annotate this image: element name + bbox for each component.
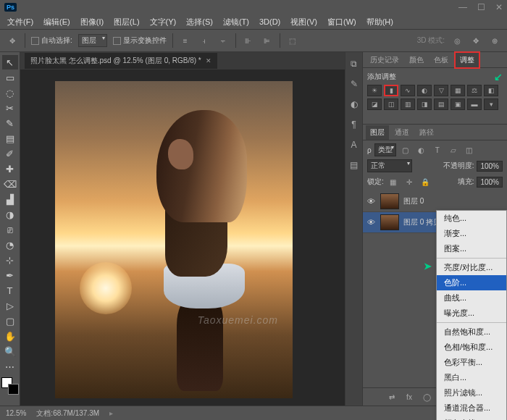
color-swatches[interactable]: [1, 377, 19, 395]
adj-brightness-icon[interactable]: ☀: [367, 85, 382, 96]
tab-color[interactable]: 颜色: [405, 53, 428, 67]
adj-bw-icon[interactable]: ◧: [484, 85, 498, 96]
menu-filter[interactable]: 滤镜(T): [220, 15, 252, 29]
visibility-icon[interactable]: 👁: [367, 218, 376, 227]
layer-filter-dropdown[interactable]: 类型: [374, 143, 396, 156]
adj-invert-icon[interactable]: ◨: [417, 98, 432, 110]
lock-pos-icon[interactable]: ✛: [403, 175, 416, 188]
menu-edit[interactable]: 编辑(E): [41, 15, 73, 29]
dock-icon-3[interactable]: ◐: [348, 98, 360, 110]
menu-item[interactable]: 亮度/对比度...: [437, 260, 506, 275]
type-tool[interactable]: T: [2, 283, 18, 298]
maximize-button[interactable]: ☐: [477, 2, 485, 12]
fill-field[interactable]: 100%: [477, 177, 503, 188]
filter-smart-icon[interactable]: ◫: [463, 143, 476, 156]
align-icon[interactable]: ≡: [179, 34, 192, 47]
menu-item[interactable]: 色阶...: [437, 275, 506, 290]
auto-select-checkbox[interactable]: [31, 37, 39, 45]
menu-select[interactable]: 选择(S): [183, 15, 216, 29]
auto-select-dropdown[interactable]: 图层: [78, 34, 107, 47]
menu-item[interactable]: 颜色查找...: [437, 416, 506, 420]
menu-item[interactable]: 通道混合器...: [437, 400, 506, 416]
menu-image[interactable]: 图像(I): [77, 15, 106, 29]
filter-adj-icon[interactable]: ◐: [415, 143, 428, 156]
gradient-tool[interactable]: ▟: [2, 192, 18, 206]
tab-history[interactable]: 历史记录: [366, 53, 403, 67]
crop-tool[interactable]: ✂: [2, 101, 18, 115]
adj-curves-icon[interactable]: ∿: [401, 85, 415, 96]
lock-all-icon[interactable]: 🔒: [419, 175, 432, 188]
layer-thumbnail[interactable]: [380, 214, 399, 230]
blur-tool[interactable]: ◔: [2, 238, 18, 252]
menu-item[interactable]: 渐变...: [437, 226, 506, 241]
3d-pan-icon[interactable]: ✥: [469, 34, 482, 47]
menu-item[interactable]: 曲线...: [437, 290, 506, 306]
adj-filter-icon[interactable]: ◪: [367, 98, 382, 110]
adj-mixer-icon[interactable]: ◫: [384, 98, 398, 110]
adj-lookup-icon[interactable]: ▥: [401, 98, 415, 110]
filter-img-icon[interactable]: ▢: [399, 143, 412, 156]
tab-paths[interactable]: 路径: [415, 125, 438, 140]
distribute-icon-2[interactable]: ⊫: [261, 34, 274, 47]
adj-levels-icon[interactable]: ▮: [384, 85, 398, 96]
document-tab[interactable]: 照片脸太黑 怎么调整.psd @ 12.5% (图层 0, RGB/8) * ✕: [25, 53, 217, 69]
menu-item[interactable]: 图案...: [437, 241, 506, 256]
shape-tool[interactable]: ▢: [2, 314, 18, 328]
filter-shape-icon[interactable]: ▱: [447, 143, 460, 156]
clone-tool[interactable]: ⎚: [2, 222, 18, 237]
menu-item[interactable]: 色彩平衡...: [437, 355, 506, 370]
distribute-icon[interactable]: ⊪: [242, 34, 255, 47]
eyedropper-tool[interactable]: ✎: [2, 116, 18, 130]
tab-channels[interactable]: 通道: [390, 125, 414, 140]
tab-layers[interactable]: 图层: [366, 125, 389, 140]
frame-tool[interactable]: ▤: [2, 131, 18, 146]
menu-3d[interactable]: 3D(D): [256, 16, 283, 28]
blend-mode-dropdown[interactable]: 正常: [367, 159, 412, 172]
layer-name[interactable]: 图层 0 拷贝: [403, 217, 440, 227]
adj-balance-icon[interactable]: ⚖: [467, 85, 482, 96]
hand-tool[interactable]: ✋: [2, 329, 18, 343]
dock-icon-2[interactable]: ✎: [348, 78, 360, 90]
adj-vibrance-icon[interactable]: ▽: [434, 85, 448, 96]
brush-tool[interactable]: ✐: [2, 146, 18, 161]
dock-icon-4[interactable]: ¶: [348, 119, 360, 130]
canvas[interactable]: Taoxuemei.com: [20, 70, 345, 406]
eraser-tool[interactable]: ⌫: [2, 177, 18, 191]
align-icon-2[interactable]: ⫞: [198, 34, 211, 47]
menu-type[interactable]: 文字(Y): [147, 15, 180, 29]
menu-window[interactable]: 窗口(W): [324, 15, 359, 29]
menu-view[interactable]: 视图(V): [288, 15, 320, 29]
menu-item[interactable]: 照片滤镜...: [437, 385, 506, 400]
path-tool[interactable]: ▷: [2, 298, 18, 313]
pencil-tool[interactable]: ✒: [2, 268, 18, 282]
layer-name[interactable]: 图层 0: [403, 196, 424, 206]
menu-item[interactable]: 黑白...: [437, 370, 506, 385]
layer-fx-icon[interactable]: fx: [403, 390, 416, 403]
heal-tool[interactable]: ✚: [2, 161, 18, 176]
menu-item[interactable]: 纯色...: [437, 211, 506, 226]
link-layers-icon[interactable]: ⇄: [385, 390, 398, 403]
close-button[interactable]: ✕: [495, 2, 503, 12]
show-transform-checkbox[interactable]: [113, 37, 121, 45]
opacity-field[interactable]: 100%: [477, 161, 503, 172]
layer-mask-icon[interactable]: ◯: [420, 390, 433, 403]
menu-item[interactable]: 色相/饱和度...: [437, 340, 506, 355]
close-tab-icon[interactable]: ✕: [206, 57, 211, 64]
adj-hue-icon[interactable]: ▦: [451, 85, 465, 96]
dock-icon-6[interactable]: ▤: [348, 159, 360, 171]
3d-zoom-icon[interactable]: ⊕: [488, 34, 501, 47]
visibility-icon[interactable]: 👁: [367, 197, 376, 206]
tab-swatches[interactable]: 色板: [430, 53, 453, 67]
adj-selcolor-icon[interactable]: ▾: [484, 98, 498, 110]
dodge-tool[interactable]: ◑: [2, 207, 18, 222]
tab-adjustments[interactable]: 调整: [454, 51, 480, 69]
menu-item[interactable]: 自然饱和度...: [437, 324, 506, 340]
minimize-button[interactable]: —: [458, 2, 467, 12]
dock-icon-1[interactable]: ⧉: [348, 58, 360, 70]
3d-icon[interactable]: ⬚: [286, 34, 299, 47]
dock-icon-5[interactable]: A: [348, 139, 360, 151]
3d-orbit-icon[interactable]: ◎: [451, 34, 464, 47]
layer-thumbnail[interactable]: [380, 193, 399, 209]
lasso-tool[interactable]: ◌: [2, 85, 18, 100]
filter-type-icon[interactable]: T: [431, 143, 444, 156]
